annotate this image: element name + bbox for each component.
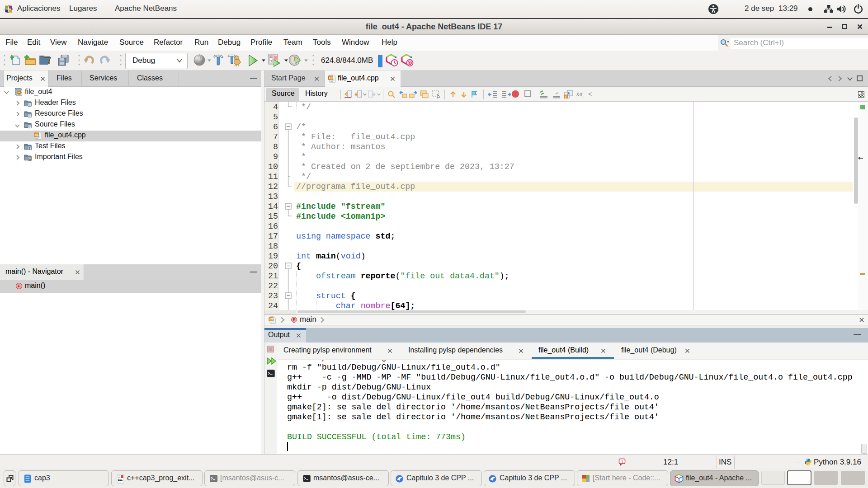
svg-text:h: h: [568, 92, 570, 95]
svg-text:1: 1: [621, 460, 623, 464]
svg-text:c: c: [565, 95, 566, 99]
svg-text:3: 3: [270, 59, 273, 63]
